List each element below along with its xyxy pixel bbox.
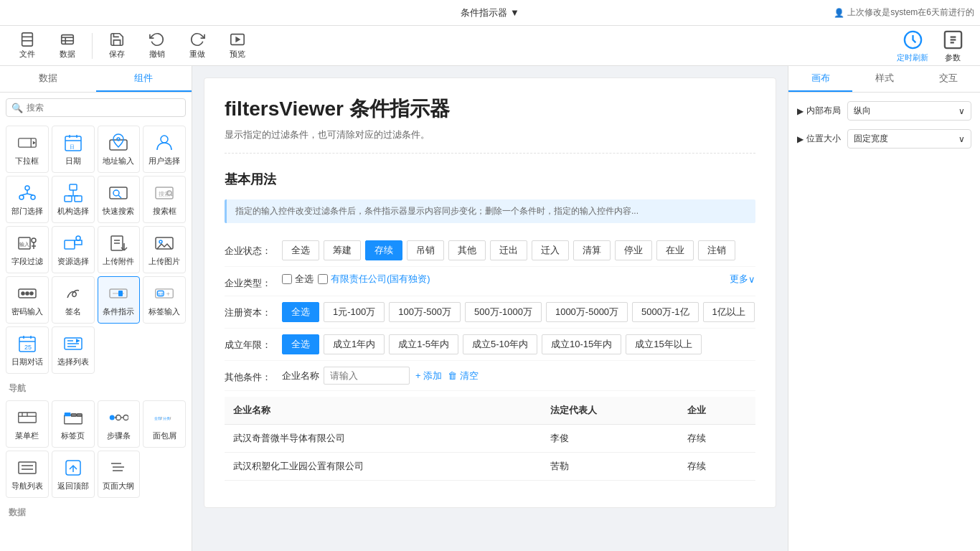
comp-tabs[interactable]: 标签页 [52, 400, 95, 448]
add-button[interactable]: + 添加 [415, 369, 442, 382]
undo-label: 撤销 [149, 49, 165, 60]
hint-box: 指定的输入控件改变过滤条件后，条件指示器显示内容同步变化；删除一个条件时，指定的… [225, 199, 755, 223]
status-tag-qianchu[interactable]: 迁出 [490, 240, 527, 260]
save-button[interactable]: 保存 [98, 29, 136, 63]
comp-dept[interactable]: 部门选择 [6, 176, 49, 223]
svg-point-22 [117, 138, 120, 141]
redo-button[interactable]: 重做 [179, 29, 216, 63]
comp-resource[interactable]: 资源选择 [52, 226, 95, 273]
tab-data[interactable]: 数据 [0, 66, 96, 92]
filter-status-content: 全选 筹建 存续 吊销 其他 迁出 迁入 清算 停业 在业 注销 [282, 240, 755, 260]
comp-outline[interactable]: 页面大纲 [98, 451, 141, 498]
comp-navlist[interactable]: 导航列表 [6, 451, 49, 498]
preview-button[interactable]: 预览 [219, 29, 256, 63]
layout-row: ▶ 内部布局 纵向 ∨ [797, 101, 971, 121]
timer-label: 定时刷新 [897, 52, 928, 63]
chevron-down-icon[interactable]: ▼ [510, 7, 519, 18]
comp-breadcrumb[interactable]: 全部 / 分类 / 面包屑 [143, 400, 186, 448]
params-button[interactable]: 参数 [934, 29, 971, 63]
capital-tag-3[interactable]: 500万-1000万 [465, 302, 542, 322]
data-button[interactable]: 数据 [49, 29, 86, 63]
status-tag-diaoxiao[interactable]: 吊销 [407, 240, 444, 260]
comp-condition[interactable]: 条件指示 [98, 276, 141, 324]
comp-sign[interactable]: 签名 [52, 276, 95, 324]
right-tabs: 画布 样式 交互 [788, 66, 980, 93]
capital-tag-5[interactable]: 5000万-1亿 [632, 302, 698, 322]
search-input[interactable] [6, 98, 186, 117]
cell-rep: 李俊 [542, 425, 679, 453]
search-box: 🔍 [6, 98, 186, 117]
status-tag-qianru[interactable]: 迁入 [532, 240, 569, 260]
svg-point-23 [161, 136, 168, 143]
est-tag-3[interactable]: 成立5-10年内 [463, 334, 537, 354]
cell-status: 存续 [679, 453, 755, 481]
undo-button[interactable]: 撤销 [138, 29, 176, 63]
comp-taginput[interactable]: 标签 + 标签输入 [143, 276, 186, 324]
capital-tag-2[interactable]: 100万-500万 [389, 302, 461, 322]
comp-menubar-label: 菜单栏 [15, 430, 39, 441]
status-tag-qingjuan[interactable]: 清算 [573, 240, 611, 260]
svg-point-85 [110, 415, 115, 420]
status-tag-cunxu[interactable]: 存续 [365, 240, 402, 260]
status-tag-zaiye[interactable]: 在业 [656, 240, 694, 260]
type-all-checkbox[interactable]: 全选 [282, 273, 314, 286]
comp-upload[interactable]: 上传附件 [98, 226, 141, 273]
top-bar: 条件指示器 ▼ 👤 上次修改是system在6天前进行的 [0, 0, 980, 26]
capital-tag-6[interactable]: 1亿以上 [703, 302, 755, 322]
more-link[interactable]: 更多 ∨ [730, 273, 755, 286]
other-input-field[interactable] [324, 367, 410, 385]
layout-select[interactable]: 纵向 ∨ [847, 101, 971, 121]
status-tag-all[interactable]: 全选 [282, 240, 319, 260]
type-all-label: 全选 [295, 273, 314, 286]
comp-quicksearch[interactable]: 快速搜索 [98, 176, 141, 223]
comp-fieldfilter[interactable]: 输入 字段过滤 [6, 226, 49, 273]
size-select[interactable]: 固定宽度 ∨ [847, 129, 971, 149]
tab-canvas[interactable]: 画布 [788, 66, 852, 92]
svg-point-48 [76, 236, 80, 240]
type-option1-checkbox[interactable]: 有限责任公司(国有独资) [318, 273, 430, 286]
est-tag-5[interactable]: 成立15年以上 [626, 334, 701, 354]
capital-tag-all[interactable]: 全选 [282, 302, 319, 322]
status-tag-zhuxiao[interactable]: 注销 [698, 240, 735, 260]
type-option1-check[interactable] [318, 274, 328, 284]
comp-date[interactable]: 日 日期 [52, 126, 95, 173]
comp-fieldfilter-label: 字段过滤 [11, 256, 43, 267]
capital-tag-4[interactable]: 1000万-5000万 [546, 302, 628, 322]
tab-style[interactable]: 样式 [852, 66, 916, 92]
svg-point-58 [22, 292, 24, 295]
capital-tag-1[interactable]: 1元-100万 [324, 302, 385, 322]
clear-button[interactable]: 🗑 清空 [448, 369, 479, 382]
est-tag-2[interactable]: 成立1-5年内 [389, 334, 458, 354]
comp-org[interactable]: 机构选择 [52, 176, 95, 223]
comp-totop[interactable]: 返回顶部 [52, 451, 95, 498]
tab-interact[interactable]: 交互 [916, 66, 980, 92]
est-tag-1[interactable]: 成立1年内 [324, 334, 385, 354]
comp-selectlist[interactable]: 选择列表 [52, 326, 95, 374]
status-tag-tingye[interactable]: 停业 [615, 240, 652, 260]
comp-steps[interactable]: 步骤条 [98, 400, 141, 448]
type-all-check[interactable] [282, 274, 292, 284]
comp-user[interactable]: 用户选择 [143, 126, 186, 173]
timer-button[interactable]: 定时刷新 [894, 29, 931, 63]
comp-address[interactable]: 地址输入 [98, 126, 141, 173]
col-status: 企业 [679, 397, 755, 425]
est-tag-all[interactable]: 全选 [282, 334, 319, 354]
type-option1-label: 有限责任公司(国有独资) [331, 273, 430, 286]
status-tag-jiujian[interactable]: 筹建 [324, 240, 361, 260]
svg-line-29 [27, 194, 33, 195]
comp-menubar[interactable]: 菜单栏 [6, 400, 49, 448]
tab-component[interactable]: 组件 [96, 66, 192, 92]
data-table: 企业名称 法定代表人 企业 武汉奇普微半导体有限公司 李俊 存续 武汉积塑化工业… [225, 397, 755, 481]
comp-uploadimage[interactable]: 上传图片 [143, 226, 186, 273]
arrow-right-icon: ▶ [797, 134, 804, 144]
est-tag-4[interactable]: 成立10-15年内 [542, 334, 621, 354]
comp-datedialog[interactable]: 25 日期对话 [6, 326, 49, 374]
comp-searchbox[interactable]: 搜索 搜索框 [143, 176, 186, 223]
comp-navlist-label: 导航列表 [11, 481, 43, 491]
comp-dropdown[interactable]: 下拉框 [6, 126, 49, 173]
file-button[interactable]: 文件 [9, 29, 46, 63]
other-input-wrap: 企业名称 [282, 367, 410, 385]
status-tag-qita[interactable]: 其他 [448, 240, 486, 260]
comp-password[interactable]: 密码输入 [6, 276, 49, 324]
svg-rect-63 [118, 291, 123, 296]
